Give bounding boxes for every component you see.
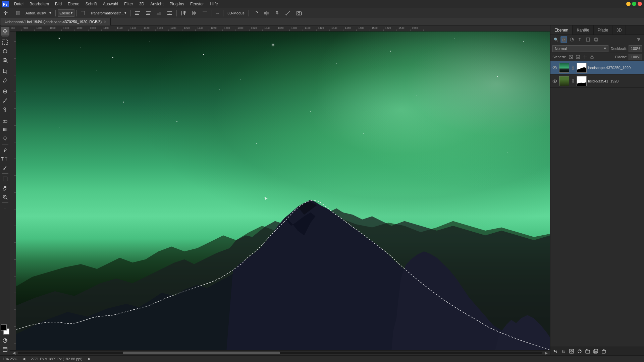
align-center-btn[interactable] xyxy=(144,9,153,17)
tab-kanaele[interactable]: Kanäle xyxy=(573,25,593,35)
anchor-btn[interactable] xyxy=(272,9,282,17)
dropdown-arrow-icon: ▾ xyxy=(49,11,51,15)
scroll-right-btn[interactable]: ▶ xyxy=(544,351,549,356)
transformations-btn[interactable]: Transformationsstr... ▾ xyxy=(88,9,128,17)
auto-select-dropdown[interactable]: Auton. ausw... ▾ xyxy=(23,9,53,17)
tab-3d[interactable]: 3D xyxy=(612,25,626,35)
close-btn[interactable] xyxy=(638,2,642,6)
tool-text[interactable]: T T xyxy=(1,155,9,163)
auto-select-checkbox[interactable] xyxy=(14,9,22,17)
align-right-btn[interactable] xyxy=(154,9,164,17)
delete-layer-btn[interactable] xyxy=(600,348,607,355)
layers-adjust-filter[interactable] xyxy=(569,36,575,43)
tab-close-btn[interactable]: ✕ xyxy=(103,20,107,24)
active-tab[interactable]: Unbenannt-1 bei 194% (landscape-4370250_… xyxy=(1,18,111,25)
flip-btn[interactable] xyxy=(262,9,271,17)
layers-smart-filter[interactable] xyxy=(593,36,599,43)
tool-clone[interactable] xyxy=(1,105,9,114)
move-tool-btn[interactable]: ✛ xyxy=(1,9,10,17)
measure-btn[interactable] xyxy=(283,9,292,17)
menu-3d[interactable]: 3D xyxy=(137,1,147,7)
scroll-left-btn[interactable]: ◀ xyxy=(11,351,16,356)
foreground-color-swatch[interactable] xyxy=(1,324,7,330)
new-layer-btn[interactable] xyxy=(592,348,599,355)
transform-checkbox[interactable] xyxy=(79,9,87,17)
ebene-dropdown[interactable]: Ebene ▾ xyxy=(58,9,74,17)
add-layer-style-btn[interactable]: fx xyxy=(560,348,567,355)
fill-input[interactable] xyxy=(629,54,642,60)
camera-btn[interactable] xyxy=(294,9,304,17)
layer-visibility-1[interactable] xyxy=(552,65,558,71)
3d-mode-btn[interactable]: 3D-Modus xyxy=(225,9,247,17)
tool-brush[interactable] xyxy=(1,96,9,105)
tool-move[interactable] xyxy=(1,27,9,36)
align-left-btn[interactable] xyxy=(133,9,142,17)
menu-ebene[interactable]: Ebene xyxy=(65,1,82,7)
align-bottom-btn[interactable] xyxy=(200,9,210,17)
tool-hand[interactable] xyxy=(1,184,9,192)
tool-quickmask[interactable] xyxy=(1,336,9,345)
tool-lasso[interactable] xyxy=(1,47,9,56)
blend-mode-dropdown[interactable]: Normal ▾ xyxy=(552,45,608,52)
tool-selection[interactable] xyxy=(1,38,9,47)
menu-hilfe[interactable]: Hilfe xyxy=(207,1,221,7)
lock-image-btn[interactable] xyxy=(575,54,581,60)
tool-screenmode[interactable] xyxy=(1,345,9,354)
align-middle-btn[interactable] xyxy=(190,9,199,17)
add-mask-btn[interactable] xyxy=(568,348,575,355)
tab-ebenen[interactable]: Ebenen xyxy=(550,25,573,35)
lock-all-btn[interactable] xyxy=(589,54,595,60)
status-nav-right[interactable]: ▶ xyxy=(88,357,91,361)
new-group-btn[interactable] xyxy=(584,348,591,355)
tool-dodge[interactable] xyxy=(1,134,9,143)
tool-zoom[interactable] xyxy=(1,193,9,201)
layers-text-filter[interactable]: T xyxy=(577,36,583,43)
tool-gradient[interactable] xyxy=(1,125,9,134)
tool-shape[interactable] xyxy=(1,175,9,183)
scroll-thumb[interactable] xyxy=(123,352,280,354)
new-adjustment-btn[interactable] xyxy=(576,348,583,355)
rotate-btn[interactable] xyxy=(251,9,260,17)
align-top-btn[interactable] xyxy=(179,9,188,17)
menu-auswahl[interactable]: Auswahl xyxy=(100,1,121,7)
link-layers-btn[interactable] xyxy=(552,348,559,355)
menu-fenster[interactable]: Fenster xyxy=(187,1,207,7)
scrollbar-bottom[interactable]: ◀ ▶ xyxy=(10,350,550,355)
maximize-btn[interactable] xyxy=(632,2,636,6)
svg-point-47 xyxy=(4,108,6,110)
tool-more[interactable]: ··· xyxy=(1,204,9,213)
tool-quickselect[interactable]: W xyxy=(1,56,9,65)
layers-type-filter[interactable]: P xyxy=(560,36,567,43)
distribute-btn[interactable] xyxy=(165,9,174,17)
opacity-input[interactable] xyxy=(629,45,642,52)
layers-filter-toggle[interactable] xyxy=(635,36,642,43)
more-options-btn[interactable]: ··· xyxy=(214,9,221,17)
scroll-track[interactable] xyxy=(18,352,542,354)
tool-pen[interactable] xyxy=(1,145,9,154)
layer-visibility-2[interactable] xyxy=(552,78,558,84)
tool-eyedropper[interactable] xyxy=(1,76,9,85)
canvas-viewport[interactable] xyxy=(16,32,550,350)
layers-shape-filter[interactable] xyxy=(585,36,591,43)
zoom-value: 194.25% xyxy=(3,357,17,361)
menu-bild[interactable]: Bild xyxy=(52,1,64,7)
menu-schrift[interactable]: Schrift xyxy=(83,1,100,7)
tab-pfade[interactable]: Pfade xyxy=(594,25,612,35)
tool-crop[interactable] xyxy=(1,67,9,76)
layer-item-field[interactable]: field-533541_1920 xyxy=(550,74,644,88)
layer-item-landscape[interactable]: landscape-4370250_1920 xyxy=(550,61,644,74)
tool-pathselect[interactable] xyxy=(1,164,9,172)
tool-eraser[interactable] xyxy=(1,116,9,125)
menu-datei[interactable]: Datei xyxy=(11,1,26,7)
menu-plugins[interactable]: Plug-ins xyxy=(167,1,187,7)
lock-transparent-btn[interactable] xyxy=(568,54,574,60)
menu-filter[interactable]: Filter xyxy=(121,1,136,7)
status-nav-left[interactable]: ◀ xyxy=(22,357,25,361)
menu-bearbeiten[interactable]: Bearbeiten xyxy=(27,1,52,7)
svg-rect-174 xyxy=(572,81,574,83)
menu-ansicht[interactable]: Ansicht xyxy=(148,1,166,7)
lock-label: Sichern: xyxy=(552,55,566,59)
tool-spotheal[interactable] xyxy=(1,87,9,96)
minimize-btn[interactable] xyxy=(626,2,631,6)
lock-position-btn[interactable] xyxy=(582,54,588,60)
